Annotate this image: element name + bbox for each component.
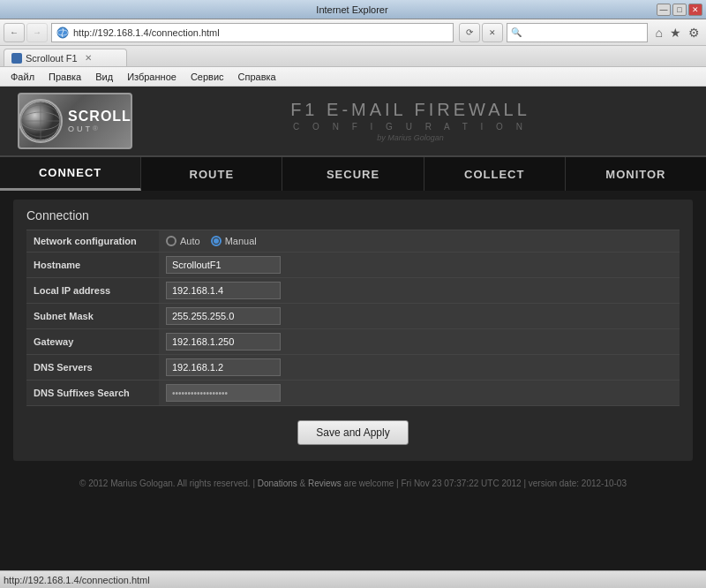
- logo-tm: ®: [93, 124, 98, 132]
- close-button[interactable]: ✕: [688, 4, 702, 16]
- firewall-title: F1 E-MAIL FIREWALL: [132, 100, 688, 120]
- field-label-ip: Local IP address: [26, 278, 159, 304]
- tab-monitor[interactable]: MONITOR: [566, 157, 706, 191]
- logo-box: SCROLL OUT ®: [18, 93, 132, 149]
- field-value-network: Auto Manual: [159, 230, 680, 253]
- status-bar: http://192.168.1.4/connection.html: [0, 570, 706, 588]
- main-nav-tabs: CONNECT ROUTE SECURE COLLECT MONITOR: [0, 157, 706, 191]
- menu-bar: Файл Правка Вид Избранное Сервис Справка: [0, 67, 706, 87]
- tab-connect[interactable]: CONNECT: [0, 157, 141, 191]
- status-url: http://192.168.1.4/connection.html: [4, 575, 150, 585]
- logo-text: SCROLL OUT ®: [68, 109, 131, 133]
- logo-globe: [19, 99, 63, 143]
- radio-auto[interactable]: Auto: [166, 236, 200, 246]
- subnet-mask-input[interactable]: [166, 307, 281, 325]
- menu-edit[interactable]: Правка: [41, 70, 88, 84]
- table-row: Gateway: [26, 329, 680, 355]
- tab-secure[interactable]: SECURE: [282, 157, 424, 191]
- header-title-area: F1 E-MAIL FIREWALL C O N F I G U R A T I…: [132, 100, 688, 142]
- title-bar: Internet Explorer — □ ✕: [0, 0, 706, 19]
- radio-manual-inner: [214, 238, 219, 244]
- radio-auto-label: Auto: [180, 236, 200, 246]
- field-value-ip: [159, 278, 680, 304]
- footer-reviews-link[interactable]: Reviews: [308, 479, 342, 488]
- section-title: Connection: [26, 208, 680, 222]
- tab-collect[interactable]: COLLECT: [424, 157, 566, 191]
- footer-sep1: &: [300, 479, 308, 488]
- settings-button[interactable]: ⚙: [686, 26, 702, 40]
- radio-manual[interactable]: Manual: [211, 236, 257, 246]
- tab-favicon: [11, 53, 22, 64]
- firewall-config: C O N F I G U R A T I O N: [132, 122, 688, 132]
- tab-label: Scrollout F1: [26, 53, 78, 64]
- table-row: Network configuration Auto: [26, 230, 680, 253]
- nav-right-buttons: ⌂ ★ ⚙: [653, 26, 702, 40]
- menu-favorites[interactable]: Избранное: [120, 70, 184, 84]
- address-bar[interactable]: http://192.168.1.4/connection.html: [51, 23, 454, 42]
- home-button[interactable]: ⌂: [653, 26, 665, 40]
- footer-rights: All rights reserved. |: [177, 479, 258, 488]
- dns-servers-input[interactable]: [166, 358, 281, 376]
- forward-button[interactable]: →: [26, 23, 48, 42]
- main-content: Connection Network configuration Auto: [13, 200, 693, 461]
- url-text: http://192.168.1.4/connection.html: [73, 27, 220, 38]
- window-controls: — □ ✕: [657, 4, 702, 16]
- favorites-button[interactable]: ★: [667, 26, 684, 40]
- radio-manual-label: Manual: [225, 236, 257, 246]
- table-row: Hostname: [26, 253, 680, 278]
- footer-copyright: © 2012 Marius Gologan.: [79, 479, 176, 488]
- footer-welcome: are welcome | Fri Nov 23 07:37:22 UTC 20…: [344, 479, 627, 488]
- footer-donations-link[interactable]: Donations: [258, 479, 297, 488]
- field-label-network: Network configuration: [26, 230, 159, 253]
- menu-tools[interactable]: Сервис: [184, 70, 231, 84]
- minimize-button[interactable]: —: [657, 4, 671, 16]
- field-label-subnet: Subnet Mask: [26, 304, 159, 329]
- menu-view[interactable]: Вид: [88, 70, 120, 84]
- radio-auto-circle: [166, 236, 176, 246]
- connection-form: Network configuration Auto: [26, 230, 680, 406]
- table-row: DNS Servers: [26, 355, 680, 381]
- field-value-hostname: [159, 253, 680, 278]
- tab-route[interactable]: ROUTE: [141, 157, 282, 191]
- page-footer: © 2012 Marius Gologan. All rights reserv…: [0, 470, 706, 497]
- radio-group-network: Auto Manual: [166, 236, 672, 246]
- logo-out-row: OUT ®: [68, 124, 131, 133]
- field-label-hostname: Hostname: [26, 253, 159, 278]
- dns-suffixes-input[interactable]: [166, 384, 281, 402]
- browser-window: Internet Explorer — □ ✕ ← → http://192.1…: [0, 0, 706, 497]
- tab-scrollout[interactable]: Scrollout F1 ✕: [4, 49, 127, 66]
- table-row: Subnet Mask: [26, 304, 680, 329]
- back-button[interactable]: ←: [4, 23, 25, 42]
- refresh-button[interactable]: ⟳: [459, 23, 480, 42]
- logo-out-text: OUT: [68, 124, 93, 133]
- field-label-dns: DNS Servers: [26, 355, 159, 381]
- firewall-author: by Marius Gologan: [132, 133, 688, 142]
- field-value-dns: [159, 355, 680, 381]
- page-icon: [56, 26, 70, 40]
- page-content: SCROLL OUT ® F1 E-MAIL FIREWALL C O N F …: [0, 87, 706, 497]
- tab-close-button[interactable]: ✕: [85, 53, 92, 63]
- browser-tabs: Scrollout F1 ✕: [0, 46, 706, 67]
- field-value-gateway: [159, 329, 680, 355]
- table-row: DNS Suffixes Search: [26, 381, 680, 406]
- stop-button[interactable]: ✕: [482, 23, 503, 42]
- menu-help[interactable]: Справка: [231, 70, 283, 84]
- logo-scroll-text: SCROLL: [68, 109, 131, 124]
- save-apply-button[interactable]: Save and Apply: [297, 420, 408, 445]
- maximize-button[interactable]: □: [672, 4, 687, 16]
- site-header: SCROLL OUT ® F1 E-MAIL FIREWALL C O N F …: [0, 87, 706, 157]
- search-box[interactable]: 🔍: [507, 23, 648, 42]
- nav-bar: ← → http://192.168.1.4/connection.html ⟳…: [0, 19, 706, 46]
- gateway-input[interactable]: [166, 333, 281, 351]
- field-label-gateway: Gateway: [26, 329, 159, 355]
- local-ip-input[interactable]: [166, 282, 281, 299]
- table-row: Local IP address: [26, 278, 680, 304]
- title-bar-text: Internet Explorer: [48, 4, 657, 15]
- field-label-dns-suffix: DNS Suffixes Search: [26, 381, 159, 406]
- radio-manual-circle: [211, 236, 222, 246]
- field-value-subnet: [159, 304, 680, 329]
- button-area: Save and Apply: [26, 420, 680, 445]
- menu-file[interactable]: Файл: [4, 70, 41, 84]
- field-value-dns-suffix: [159, 381, 680, 406]
- hostname-input[interactable]: [166, 256, 281, 274]
